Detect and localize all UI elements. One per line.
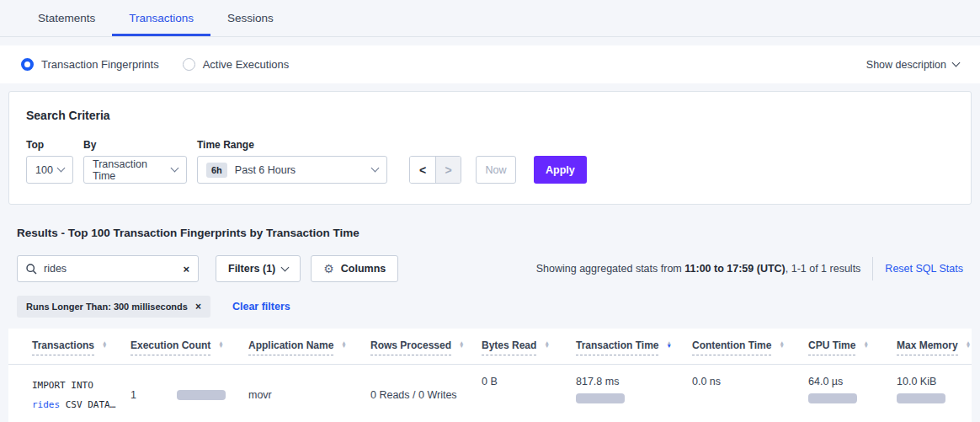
- by-select[interactable]: Transaction Time: [83, 156, 187, 184]
- radio-unselected-icon: [183, 58, 195, 71]
- column-header-rows-processed[interactable]: Rows Processed: [370, 339, 451, 355]
- now-button[interactable]: Now: [476, 156, 516, 184]
- chevron-down-icon: [171, 164, 179, 173]
- tab-transactions[interactable]: Transactions: [112, 0, 210, 36]
- top-select[interactable]: 100: [26, 156, 73, 184]
- application-name-cell: movr: [248, 389, 370, 401]
- filter-chip-label: Runs Longer Than: 300 milliseconds: [26, 302, 188, 312]
- divider: [872, 257, 873, 280]
- sort-icon[interactable]: ▲▼: [341, 341, 346, 347]
- column-header-contention-time[interactable]: Contention Time: [692, 339, 771, 355]
- sort-icon[interactable]: ▲▼: [779, 341, 784, 347]
- chevron-down-icon: [281, 263, 290, 271]
- transaction-time-cell: 817.8 ms: [576, 376, 692, 414]
- cpu-time-bar: [808, 393, 857, 403]
- column-header-transactions[interactable]: Transactions: [32, 339, 94, 355]
- table-header-row: Transactions▲▼ Execution Count▲▼ Applica…: [8, 329, 972, 365]
- cpu-time-cell: 64.0 µs: [808, 376, 897, 414]
- time-range-select[interactable]: 6h Past 6 Hours: [197, 156, 387, 184]
- radio-label: Transaction Fingerprints: [41, 58, 159, 71]
- max-memory-bar: [897, 393, 945, 403]
- columns-button-label: Columns: [341, 263, 386, 275]
- tab-sessions[interactable]: Sessions: [210, 0, 290, 36]
- show-description-toggle[interactable]: Show description: [866, 59, 959, 71]
- clear-filters-link[interactable]: Clear filters: [232, 301, 290, 312]
- page-tabs: Statements Transactions Sessions: [0, 0, 980, 37]
- previous-time-range-button[interactable]: <: [410, 157, 435, 183]
- radio-transaction-fingerprints[interactable]: Transaction Fingerprints: [21, 58, 159, 71]
- column-header-application-name[interactable]: Application Name: [248, 339, 333, 355]
- results-heading: Results - Top 100 Transaction Fingerprin…: [17, 227, 963, 239]
- transaction-fingerprint-link[interactable]: rides: [32, 399, 60, 410]
- execution-count-bar: [177, 390, 226, 400]
- results-search-box[interactable]: ×: [17, 255, 199, 282]
- radio-selected-icon: [21, 58, 34, 71]
- sort-icon[interactable]: ▲▼: [102, 341, 107, 347]
- show-description-label: Show description: [866, 59, 946, 71]
- chevron-down-icon: [57, 164, 66, 173]
- table-row: IMPORT INTO rides CSV DATA… 1 movr 0 Rea…: [8, 365, 972, 422]
- time-range-label: Time Range: [197, 139, 387, 151]
- view-toggle-bar: Transaction Fingerprints Active Executio…: [0, 45, 980, 83]
- clear-search-icon[interactable]: ×: [183, 264, 189, 275]
- rows-processed-cell: 0 Reads / 0 Writes: [370, 389, 482, 401]
- search-criteria-title: Search Criteria: [26, 109, 954, 122]
- radio-label: Active Executions: [203, 58, 290, 71]
- time-range-pager: < >: [409, 156, 461, 184]
- top-select-value: 100: [35, 164, 53, 176]
- reset-sql-stats-link[interactable]: Reset SQL Stats: [885, 263, 963, 275]
- sort-icon[interactable]: ▲▼: [863, 341, 868, 347]
- aggregated-stats-text: Showing aggregated stats from 11:00 to 1…: [536, 263, 861, 275]
- chevron-down-icon: [371, 164, 380, 173]
- by-select-value: Transaction Time: [93, 158, 172, 182]
- transaction-time-bar: [576, 393, 625, 403]
- max-memory-cell: 10.0 KiB: [897, 376, 972, 414]
- active-filters-row: Runs Longer Than: 300 milliseconds × Cle…: [17, 296, 963, 318]
- column-header-max-memory[interactable]: Max Memory: [897, 339, 958, 355]
- remove-filter-icon[interactable]: ×: [195, 302, 201, 312]
- sort-icon[interactable]: ▲▼: [966, 341, 971, 347]
- filters-button[interactable]: Filters (1): [216, 255, 301, 282]
- gear-icon: ⚙: [323, 262, 334, 275]
- bytes-read-cell: 0 B: [482, 376, 576, 414]
- time-range-value: Past 6 Hours: [235, 164, 296, 176]
- results-controls: × Filters (1) ⚙ Columns Showing aggregat…: [17, 255, 963, 282]
- column-header-bytes-read[interactable]: Bytes Read: [482, 339, 536, 355]
- filter-chip: Runs Longer Than: 300 milliseconds ×: [17, 296, 210, 318]
- results-search-input[interactable]: [44, 263, 183, 275]
- next-time-range-button[interactable]: >: [435, 157, 461, 183]
- sort-icon[interactable]: ▲▼: [459, 341, 464, 347]
- chevron-down-icon: [952, 59, 961, 67]
- execution-count-cell: 1: [130, 389, 248, 401]
- search-icon: [26, 264, 37, 275]
- column-header-transaction-time[interactable]: Transaction Time: [576, 339, 658, 355]
- sort-icon-descending[interactable]: ▲▼: [666, 341, 671, 347]
- time-range-badge: 6h: [206, 163, 227, 178]
- filters-button-label: Filters (1): [228, 263, 275, 275]
- results-table: Transactions▲▼ Execution Count▲▼ Applica…: [8, 329, 972, 422]
- apply-button[interactable]: Apply: [534, 156, 587, 184]
- column-header-execution-count[interactable]: Execution Count: [130, 339, 210, 355]
- tab-statements[interactable]: Statements: [21, 0, 112, 36]
- top-label: Top: [26, 139, 73, 151]
- column-header-cpu-time[interactable]: CPU Time: [808, 339, 855, 355]
- transaction-fingerprint-cell: IMPORT INTO rides CSV DATA…: [32, 376, 130, 414]
- columns-button[interactable]: ⚙ Columns: [311, 255, 398, 282]
- by-label: By: [83, 139, 187, 151]
- search-criteria-card: Search Criteria Top 100 By Transaction T…: [8, 91, 972, 205]
- sort-icon[interactable]: ▲▼: [544, 341, 549, 347]
- contention-time-cell: 0.0 ns: [692, 376, 808, 414]
- radio-active-executions[interactable]: Active Executions: [183, 58, 290, 71]
- sort-icon[interactable]: ▲▼: [218, 341, 223, 347]
